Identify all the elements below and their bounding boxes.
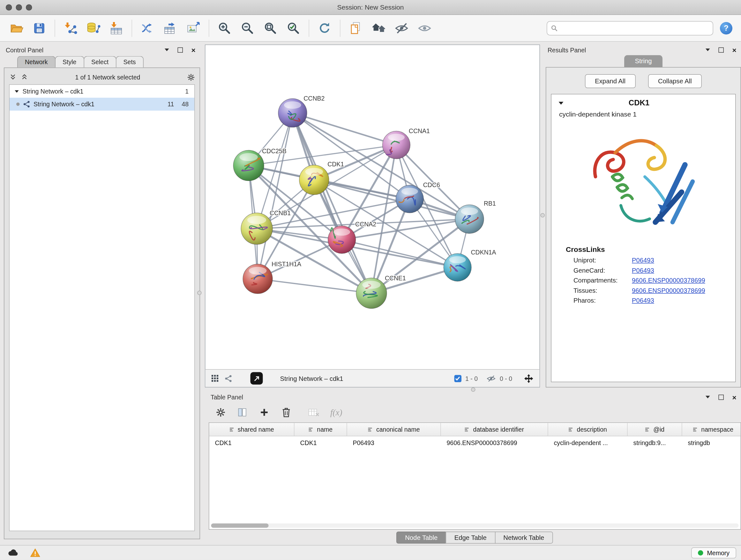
- column-header-description[interactable]: description: [548, 423, 628, 436]
- create-column-button[interactable]: [259, 407, 270, 418]
- tab-node-table[interactable]: Node Table: [396, 532, 446, 544]
- horizontal-splitter[interactable]: [205, 388, 741, 392]
- column-header-canonical-name[interactable]: canonical name: [347, 423, 441, 436]
- network-collection-row[interactable]: String Network – cdk1 1: [10, 85, 194, 98]
- hide-selected-button[interactable]: [390, 17, 413, 39]
- tab-string[interactable]: String: [624, 55, 663, 67]
- collapse-all-button[interactable]: Collapse All: [648, 74, 702, 88]
- node-RB1[interactable]: RB1: [455, 200, 496, 233]
- node-HIST1H1A[interactable]: HIST1H1A: [243, 260, 301, 294]
- crosslink-value-link[interactable]: P06493: [632, 267, 654, 274]
- left-splitter-handle[interactable]: [197, 291, 202, 295]
- node-CDKN1A[interactable]: CDKN1A: [444, 249, 496, 281]
- tab-select[interactable]: Select: [84, 56, 116, 68]
- crosslink-label: Tissues:: [574, 287, 632, 294]
- maximize-panel-button[interactable]: [176, 46, 184, 54]
- main-toolbar: ?: [0, 15, 741, 42]
- crosslink-label: Compartments:: [574, 277, 632, 284]
- pan-move-icon[interactable]: [524, 373, 534, 383]
- float-results-panel-button[interactable]: [704, 46, 711, 54]
- zoom-selected-button[interactable]: [282, 17, 305, 39]
- collapse-all-networks-button[interactable]: [21, 73, 28, 81]
- tab-network[interactable]: Network: [17, 56, 56, 68]
- column-header-namespace[interactable]: namespace: [682, 423, 741, 436]
- network-canvas[interactable]: CCNB2CCNA1CDC25BCDK1CDC6RB1CCNB1CCNA2CDK…: [205, 45, 540, 369]
- network-row-selected[interactable]: String Network – cdk1 11 48: [10, 98, 194, 111]
- column-header--id[interactable]: @id: [628, 423, 682, 436]
- table-horizontal-scrollbar[interactable]: [211, 523, 739, 528]
- zoom-in-button[interactable]: [213, 17, 236, 39]
- export-image-button[interactable]: [182, 17, 205, 39]
- selected-nodes-checkbox-icon[interactable]: [454, 375, 461, 382]
- edge-CCNB2-CCNE1[interactable]: [293, 113, 372, 294]
- delete-column-button[interactable]: [280, 407, 292, 418]
- tab-style[interactable]: Style: [55, 56, 84, 68]
- import-network-from-database-button[interactable]: [82, 17, 105, 39]
- column-header-shared-name[interactable]: shared name: [209, 423, 294, 436]
- maximize-results-panel-button[interactable]: [717, 46, 725, 54]
- open-session-button[interactable]: [5, 17, 28, 39]
- new-network-from-selection-button[interactable]: [136, 17, 159, 39]
- help-button[interactable]: ?: [720, 22, 732, 34]
- crosslink-value-link[interactable]: 9606.ENSP00000378699: [632, 287, 705, 294]
- node-CCNA1[interactable]: CCNA1: [382, 127, 429, 159]
- import-table-from-file-button[interactable]: [105, 17, 128, 39]
- tree-expand-caret-icon: [14, 89, 19, 93]
- import-network-from-file-button[interactable]: [59, 17, 82, 39]
- close-panel-button[interactable]: ×: [190, 46, 197, 54]
- node-CDK1[interactable]: CDK1: [299, 161, 344, 194]
- network-collection-count: 1: [185, 88, 189, 95]
- vertical-splitter[interactable]: [540, 45, 546, 388]
- tab-edge-table[interactable]: Edge Table: [446, 532, 495, 544]
- column-sort-icon: [229, 427, 235, 432]
- maximize-table-panel-button[interactable]: [717, 393, 725, 401]
- table-options-button[interactable]: [215, 407, 226, 418]
- table-row[interactable]: CDK1CDK1P064939606.ENSP00000378699cyclin…: [209, 436, 741, 449]
- home-button[interactable]: [367, 17, 390, 39]
- table-panel-header: Table Panel ×: [209, 392, 741, 402]
- close-table-panel-button[interactable]: ×: [731, 393, 738, 401]
- column-header-database-identifier[interactable]: database identifier: [441, 423, 548, 436]
- control-panel-header: Control Panel ×: [4, 45, 200, 55]
- zoom-fit-button[interactable]: [259, 17, 282, 39]
- gene-section-header[interactable]: CDK1: [551, 95, 735, 109]
- network-options-button[interactable]: [187, 73, 195, 81]
- crosslink-value-link[interactable]: P06493: [632, 297, 654, 304]
- crosslink-value-link[interactable]: P06493: [632, 257, 654, 264]
- export-table-button[interactable]: [159, 17, 182, 39]
- crosslink-value-link[interactable]: 9606.ENSP00000378699: [632, 277, 705, 284]
- expand-all-button[interactable]: Expand All: [585, 74, 636, 88]
- memory-button[interactable]: Memory: [691, 547, 736, 558]
- birdseye-view-button[interactable]: [225, 374, 232, 382]
- float-table-panel-button[interactable]: [704, 393, 711, 401]
- scrollbar-thumb[interactable]: [211, 523, 269, 528]
- apply-layout-button[interactable]: [313, 17, 336, 39]
- close-results-panel-button[interactable]: ×: [731, 46, 738, 54]
- float-panel-button[interactable]: [163, 46, 171, 54]
- tab-network-table[interactable]: Network Table: [495, 532, 553, 544]
- duplicate-network-button[interactable]: [344, 17, 367, 39]
- grid-view-button[interactable]: [211, 374, 219, 382]
- hidden-count: 0 - 0: [500, 375, 512, 382]
- expand-all-networks-button[interactable]: [9, 73, 17, 81]
- horizontal-splitter-handle[interactable]: [471, 388, 475, 392]
- column-header-name[interactable]: name: [294, 423, 347, 436]
- edge-CCNB2-CCNA1[interactable]: [293, 113, 396, 145]
- search-field[interactable]: [547, 21, 713, 35]
- network-canvas-wrap[interactable]: CCNB2CCNA1CDC25BCDK1CDC6RB1CCNB1CCNA2CDK…: [205, 45, 540, 369]
- network-row-label: String Network – cdk1: [33, 101, 94, 108]
- tab-sets[interactable]: Sets: [116, 56, 144, 68]
- search-input[interactable]: [561, 24, 709, 32]
- open-in-new-window-button[interactable]: [251, 372, 263, 385]
- zoom-out-button[interactable]: [236, 17, 259, 39]
- save-session-button[interactable]: [28, 17, 51, 39]
- warnings-button[interactable]: [27, 547, 43, 559]
- cloud-status-button[interactable]: [5, 547, 21, 559]
- show-all-button[interactable]: [413, 17, 436, 39]
- vertical-splitter-handle[interactable]: [541, 213, 545, 218]
- show-columns-button[interactable]: [237, 407, 248, 418]
- function-builder-button[interactable]: f(x): [330, 408, 342, 418]
- node-CCNB2[interactable]: CCNB2: [278, 95, 325, 127]
- edge-HIST1H1A-CCNE1[interactable]: [258, 279, 372, 293]
- delete-table-button[interactable]: [307, 407, 320, 418]
